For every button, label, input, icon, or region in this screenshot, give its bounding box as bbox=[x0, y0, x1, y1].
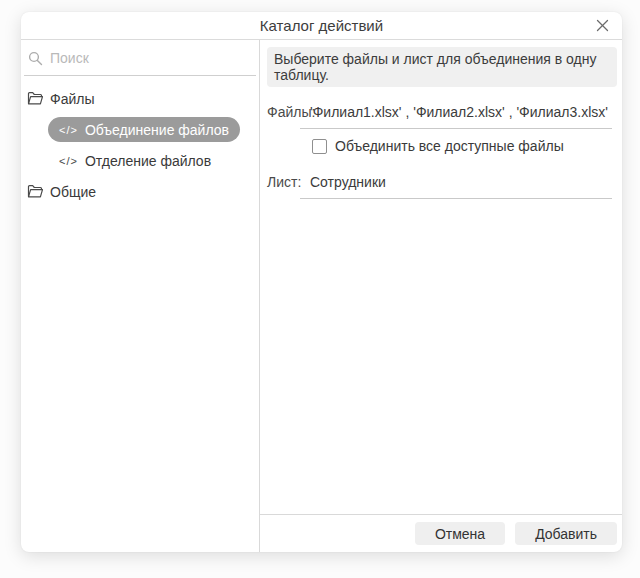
sidebar: Файлы </> Объединение файлов </> Отделен… bbox=[21, 40, 260, 552]
merge-all-label: Объединить все доступные файлы bbox=[335, 138, 564, 154]
tree-item-merge-files[interactable]: </> Объединение файлов bbox=[48, 117, 240, 142]
tree-item-label: Объединение файлов bbox=[85, 122, 229, 138]
sheet-field-row: Лист: bbox=[267, 174, 617, 199]
merge-all-row: Объединить все доступные файлы bbox=[312, 138, 617, 154]
screen: Каталог действий bbox=[0, 0, 640, 578]
code-icon: </> bbox=[59, 156, 78, 167]
dialog-body: Файлы </> Объединение файлов </> Отделен… bbox=[21, 40, 622, 552]
search-icon bbox=[28, 51, 43, 66]
merge-all-checkbox[interactable] bbox=[312, 139, 327, 154]
close-icon bbox=[596, 19, 609, 32]
search-field bbox=[24, 40, 256, 76]
dialog-title: Каталог действий bbox=[260, 17, 383, 34]
cancel-button[interactable]: Отмена bbox=[415, 522, 505, 545]
action-tree: Файлы </> Объединение файлов </> Отделен… bbox=[21, 76, 259, 210]
sheet-label: Лист: bbox=[267, 174, 300, 190]
files-field-row: Файлы: bbox=[267, 104, 617, 129]
detail-panel: Выберите файлы и лист для объединения в … bbox=[260, 40, 622, 552]
tree-folder-label: Файлы bbox=[50, 91, 94, 107]
search-input[interactable] bbox=[50, 50, 252, 66]
tree-folder-general[interactable]: Общие bbox=[21, 179, 259, 204]
panel-content: Выберите файлы и лист для объединения в … bbox=[260, 40, 622, 514]
files-label: Файлы: bbox=[267, 104, 300, 120]
add-button[interactable]: Добавить bbox=[515, 522, 617, 545]
files-input[interactable] bbox=[300, 104, 612, 129]
dialog-titlebar: Каталог действий bbox=[21, 12, 622, 40]
code-icon: </> bbox=[59, 125, 78, 136]
tree-folder-label: Общие bbox=[50, 184, 96, 200]
folder-open-icon bbox=[27, 184, 44, 199]
tree-folder-files[interactable]: Файлы bbox=[21, 86, 259, 111]
folder-open-icon bbox=[27, 91, 44, 106]
tree-item-label: Отделение файлов bbox=[85, 153, 211, 169]
instruction-banner: Выберите файлы и лист для объединения в … bbox=[267, 47, 617, 87]
dialog-footer: Отмена Добавить bbox=[260, 514, 622, 552]
action-catalog-dialog: Каталог действий bbox=[21, 12, 622, 552]
close-button[interactable] bbox=[593, 17, 611, 35]
sheet-input[interactable] bbox=[300, 174, 612, 199]
tree-item-split-files[interactable]: </> Отделение файлов bbox=[48, 148, 222, 173]
